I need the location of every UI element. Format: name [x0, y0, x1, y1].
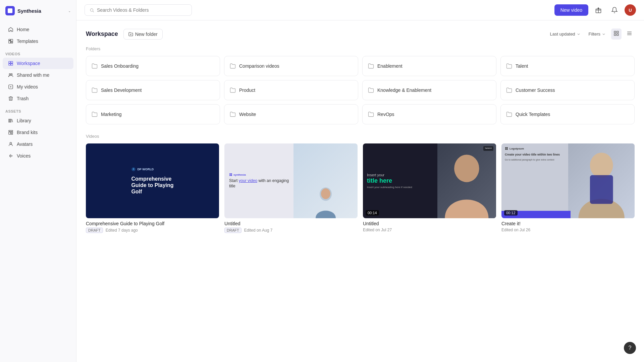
video-thumbnail-untitled2: Insert your title here Insert your subhe… — [363, 143, 496, 218]
video-title-createit: Create it! — [501, 221, 635, 226]
sidebar: Synthesia ⌄ Home Templates Videos Worksp… — [0, 0, 76, 362]
sidebar-item-myvideos[interactable]: My videos — [3, 81, 73, 93]
notification-bell-button[interactable] — [608, 4, 621, 16]
svg-rect-13 — [9, 130, 13, 131]
sidebar-item-templates[interactable]: Templates — [3, 36, 73, 47]
grid-view-button[interactable] — [611, 28, 622, 40]
svg-rect-1 — [9, 41, 10, 43]
video-thumbnail-golf: DP WORLD ComprehensiveGuide to PlayingGo… — [86, 143, 219, 218]
folder-card-customer-success[interactable]: Customer Success — [500, 80, 635, 100]
video-card-untitled1[interactable]: synthesia Start your video with an engag… — [224, 143, 358, 233]
video-duration-untitled2: 00:14 — [366, 210, 379, 216]
video-edited-untitled2: Edited on Jul 27 — [363, 228, 392, 232]
folder-card-quick-templates[interactable]: Quick Templates — [500, 104, 635, 124]
folder-card-website[interactable]: Website — [224, 104, 358, 124]
folder-card-product[interactable]: Product — [224, 80, 358, 100]
app-logo[interactable]: Synthesia ⌄ — [0, 0, 76, 21]
topbar: New video U — [76, 0, 644, 20]
folder-card-comparison-videos[interactable]: Comparison videos — [224, 56, 358, 76]
svg-rect-48 — [506, 147, 507, 148]
folder-card-revops[interactable]: RevOps — [362, 104, 496, 124]
logoipsum-brand-label: Logoipsum — [509, 147, 524, 150]
folder-card-sales-onboarding[interactable]: Sales Onboarding — [86, 56, 220, 76]
folder-name: Website — [239, 112, 256, 117]
help-button[interactable]: ? — [624, 342, 636, 354]
video-card-golf[interactable]: DP WORLD ComprehensiveGuide to PlayingGo… — [86, 143, 219, 233]
grid-icon — [613, 31, 619, 36]
gift-icon — [595, 7, 602, 13]
sidebar-item-trash[interactable]: Trash — [3, 93, 73, 104]
svg-rect-46 — [590, 175, 613, 204]
sidebar-item-workspace[interactable]: Workspace — [3, 58, 73, 69]
myvideos-icon — [8, 84, 13, 89]
golf-thumb-content: DP WORLD ComprehensiveGuide to PlayingGo… — [126, 162, 179, 200]
svg-rect-6 — [9, 64, 10, 65]
search-icon — [90, 8, 94, 13]
content-header: Workspace New folder Last updated Filter… — [86, 28, 635, 40]
sidebar-item-shared[interactable]: Shared with me — [3, 69, 73, 81]
folder-icon — [506, 87, 512, 93]
folder-name: Sales Onboarding — [101, 63, 139, 69]
video-thumbnail-untitled1: synthesia Start your video with an engag… — [224, 143, 358, 218]
sidebar-item-voices-label: Voices — [17, 153, 31, 159]
search-box[interactable] — [85, 4, 192, 16]
sidebar-item-myvideos-label: My videos — [17, 84, 38, 89]
dark-person-icon — [437, 143, 496, 218]
folder-icon — [230, 111, 236, 117]
dark-title-text: title here — [367, 178, 436, 184]
folder-card-marketing[interactable]: Marketing — [86, 104, 220, 124]
gift-icon-button[interactable] — [592, 4, 604, 16]
folder-card-enablement[interactable]: Enablement — [362, 56, 496, 76]
shared-icon — [8, 72, 13, 78]
svg-rect-31 — [614, 34, 616, 36]
sidebar-item-home[interactable]: Home — [3, 24, 73, 35]
assets-section-label: Assets — [0, 105, 76, 115]
video-meta-createit: Edited on Jul 26 — [501, 228, 635, 232]
video-grid: DP WORLD ComprehensiveGuide to PlayingGo… — [86, 143, 635, 233]
folder-icon — [92, 111, 98, 117]
help-icon: ? — [629, 345, 632, 351]
folder-name: Product — [239, 87, 255, 93]
sidebar-item-voices[interactable]: Voices — [3, 150, 73, 162]
sidebar-main-nav: Home Templates Videos Workspace Shared w… — [0, 21, 76, 165]
svg-rect-3 — [11, 42, 13, 43]
sidebar-item-trash-label: Trash — [17, 96, 29, 101]
new-folder-button[interactable]: New folder — [123, 29, 163, 40]
svg-rect-49 — [505, 148, 506, 149]
user-avatar[interactable]: U — [625, 4, 636, 16]
sort-button[interactable]: Last updated — [547, 29, 583, 39]
logoipsum-text-area: Logoipsum Create your video title within… — [501, 143, 571, 218]
folder-name: Comparison videos — [239, 63, 279, 69]
folder-card-knowledge-enablement[interactable]: Knowledge & Enablement — [362, 80, 496, 100]
new-video-button[interactable]: New video — [554, 4, 588, 16]
video-edited-untitled1: Edited on Aug 7 — [244, 228, 273, 233]
svg-point-42 — [321, 188, 330, 199]
topbar-right: New video U — [554, 4, 636, 16]
folder-icon — [230, 87, 236, 93]
folder-icon — [92, 87, 98, 93]
chevron-down-icon: ⌄ — [68, 9, 71, 13]
sidebar-item-avatars-label: Avatars — [17, 141, 33, 147]
svg-rect-4 — [9, 61, 10, 63]
folder-card-sales-development[interactable]: Sales Development — [86, 80, 220, 100]
list-icon — [627, 31, 632, 36]
sidebar-item-brandkits[interactable]: Brand kits — [3, 127, 73, 138]
chevron-down-icon — [577, 32, 581, 36]
svg-point-43 — [454, 155, 479, 182]
folder-icon — [368, 63, 374, 69]
synthesia-text-area: synthesia Start your video with an engag… — [224, 143, 298, 218]
logo-icon — [5, 6, 15, 15]
svg-rect-0 — [9, 39, 10, 40]
logoipsum-person-icon — [568, 143, 635, 218]
sidebar-item-avatars[interactable]: Avatars — [3, 138, 73, 150]
list-view-button[interactable] — [624, 28, 635, 40]
video-card-untitled2[interactable]: Insert your title here Insert your subhe… — [363, 143, 496, 233]
svg-rect-47 — [505, 147, 506, 148]
video-card-createit[interactable]: Logoipsum Create your video title within… — [501, 143, 635, 233]
search-input[interactable] — [97, 7, 187, 13]
trash-icon — [8, 96, 13, 101]
filter-button[interactable]: Filters — [586, 29, 608, 39]
sidebar-item-library[interactable]: Library — [3, 115, 73, 126]
folder-card-talent[interactable]: Talent — [500, 56, 635, 76]
thumb-bg-logoipsum: Logoipsum Create your video title within… — [501, 143, 635, 218]
